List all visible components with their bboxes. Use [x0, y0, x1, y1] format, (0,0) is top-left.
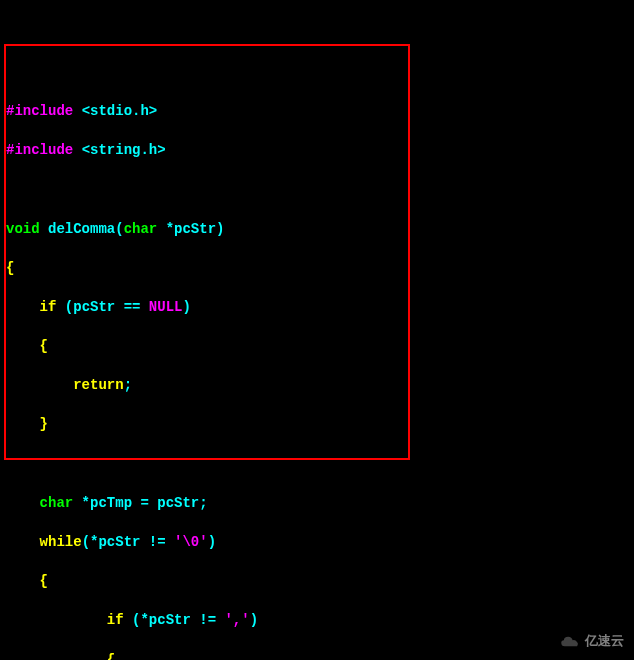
code-line [6, 455, 628, 475]
code-editor: #include <stdio.h> #include <string.h> v… [0, 78, 634, 660]
indent [6, 534, 40, 550]
paren: ) [208, 534, 216, 550]
cloud-icon [559, 634, 581, 648]
while-keyword: while [40, 534, 82, 550]
if-keyword: if [107, 612, 124, 628]
char-literal: '\0' [174, 534, 208, 550]
indent [6, 495, 40, 511]
condition: (*pcStr != [124, 612, 225, 628]
type-keyword: void [6, 221, 40, 237]
preprocessor: #include [6, 103, 82, 119]
if-keyword: if [40, 299, 57, 315]
brace: { [6, 572, 628, 592]
null-keyword: NULL [149, 299, 183, 315]
param: *pcStr) [157, 221, 224, 237]
preprocessor: #include [6, 142, 82, 158]
code-line: #include <stdio.h> [6, 102, 628, 122]
watermark-text: 亿速云 [585, 632, 624, 650]
code-line: void delComma(char *pcStr) [6, 220, 628, 240]
paren: ) [182, 299, 190, 315]
condition: (pcStr == [56, 299, 148, 315]
semicolon: ; [124, 377, 132, 393]
include-header: <string.h> [82, 142, 166, 158]
function-decl: delComma( [40, 221, 124, 237]
code-line: #include <string.h> [6, 141, 628, 161]
watermark: 亿速云 [559, 632, 624, 650]
code-line: if (*pcStr != ',') [6, 611, 628, 631]
indent [6, 377, 73, 393]
code-line [6, 180, 628, 200]
declaration: *pcTmp = pcStr; [73, 495, 207, 511]
char-literal: ',' [224, 612, 249, 628]
code-line: return; [6, 376, 628, 396]
indent [6, 299, 40, 315]
code-line: while(*pcStr != '\0') [6, 533, 628, 553]
type-keyword: char [124, 221, 158, 237]
code-line: if (pcStr == NULL) [6, 298, 628, 318]
paren: ) [250, 612, 258, 628]
brace: { [6, 651, 628, 660]
brace: } [6, 415, 628, 435]
code-line: char *pcTmp = pcStr; [6, 494, 628, 514]
type-keyword: char [40, 495, 74, 511]
brace: { [6, 259, 628, 279]
condition: (*pcStr != [82, 534, 174, 550]
brace: { [6, 337, 628, 357]
return-keyword: return [73, 377, 123, 393]
indent [6, 612, 107, 628]
include-header: <stdio.h> [82, 103, 158, 119]
